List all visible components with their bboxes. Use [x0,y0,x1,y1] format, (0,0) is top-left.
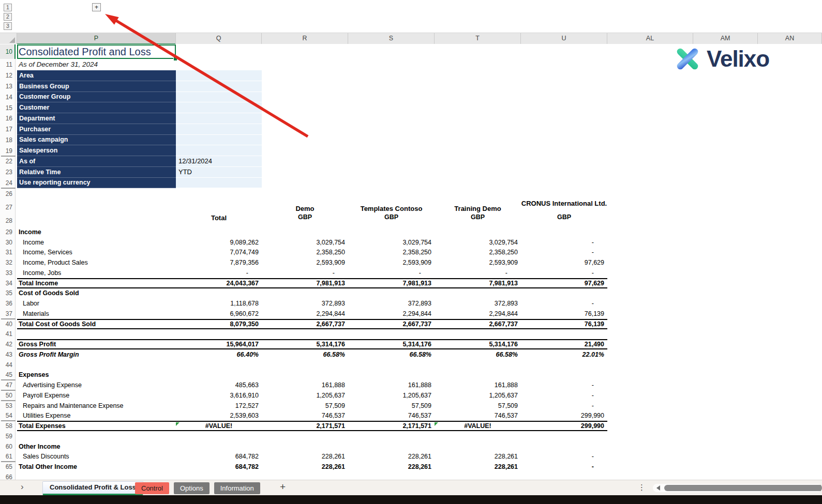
selection-fill-handle[interactable] [173,57,177,61]
report-row-label[interactable]: Expenses [17,371,176,378]
report-cell[interactable]: 5,314,176 [262,341,348,348]
report-cell[interactable]: 24,043,367 [176,280,262,287]
report-row-label[interactable]: Total Expenses [17,422,176,430]
row-header-27[interactable]: 27 [0,199,16,215]
filter-value-cell[interactable] [176,70,262,81]
report-row-label[interactable]: Materials [17,310,176,317]
report-cell[interactable]: 22.01% [521,351,607,358]
row-header-37[interactable]: 37 [0,309,16,319]
report-cell[interactable]: 172,527 [176,402,262,409]
report-cell[interactable]: 5,314,176 [348,341,435,348]
sheet-tab-active[interactable]: Consolidated Profit & Loss [42,481,143,495]
report-cell[interactable]: - [521,249,607,256]
row-header-43[interactable]: 43 [0,349,16,360]
filter-label-cell[interactable]: Area [17,70,176,81]
row-header-30[interactable]: 30 [0,237,16,248]
report-cell[interactable]: 746,537 [348,412,435,419]
row-header-59[interactable]: 59 [0,431,16,441]
report-cell[interactable]: - [435,269,521,277]
row-header-33[interactable]: 33 [0,268,16,278]
outline-level-1-button[interactable]: 1 [4,4,12,11]
report-cell[interactable]: 5,314,176 [435,341,521,348]
filter-value-cell[interactable] [176,145,262,156]
report-row-label[interactable]: Payroll Expense [17,392,176,399]
report-cell[interactable]: 228,261 [262,463,348,470]
overflow-dots-icon[interactable]: ⋮ [638,483,646,492]
report-cell[interactable]: 2,358,250 [435,249,521,256]
report-cell[interactable]: 228,261 [348,463,435,470]
row-header-16[interactable]: 16 [0,113,16,124]
report-cell[interactable]: #VALUE! [176,422,262,430]
report-cell[interactable]: 8,079,350 [176,320,262,328]
row-header-32[interactable]: 32 [0,257,16,268]
report-cell[interactable]: 2,294,844 [348,310,435,317]
column-header-AM[interactable]: AM [693,33,758,44]
report-cell[interactable]: 746,537 [435,412,521,419]
report-cell[interactable]: 97,629 [521,259,607,266]
outline-expand-button[interactable]: + [92,3,101,11]
report-cell[interactable]: 15,964,017 [176,341,262,348]
report-cell[interactable]: 7,981,913 [262,280,348,287]
column-header-AL[interactable]: AL [607,33,693,44]
report-cell[interactable]: 3,616,910 [176,392,262,399]
report-cell[interactable]: 2,171,571 [262,422,348,430]
report-cell[interactable]: 2,667,737 [262,320,348,328]
row-header-29[interactable]: 29 [0,227,16,237]
report-cell[interactable]: 3,029,754 [262,239,348,246]
filter-label-cell[interactable]: As of [17,156,176,167]
report-cell[interactable]: 299,990 [521,422,607,430]
report-cell[interactable]: 228,261 [348,453,435,460]
report-cell[interactable]: 684,782 [176,463,262,470]
row-header-44[interactable]: 44 [0,360,16,370]
row-header-40[interactable]: 40 [0,319,16,329]
report-cell[interactable]: 1,205,637 [262,392,348,399]
row-header-50[interactable]: 50 [0,390,16,401]
report-cell[interactable]: 66.58% [348,351,435,358]
report-cell[interactable]: 6,960,672 [176,310,262,317]
outline-level-2-button[interactable]: 2 [4,13,12,21]
filter-value-cell[interactable] [176,113,262,124]
row-header-61[interactable]: 61 [0,452,16,462]
report-cell[interactable]: - [521,269,607,277]
report-row-label[interactable]: Income, Services [17,249,176,256]
report-cell[interactable]: 2,667,737 [435,320,521,328]
report-cell[interactable]: 57,509 [262,402,348,409]
filter-value-cell[interactable] [176,81,262,92]
row-header-42[interactable]: 42 [0,339,16,349]
report-row-label[interactable]: Advertising Expense [17,381,176,389]
report-cell[interactable]: 2,294,844 [262,310,348,317]
report-cell[interactable]: 66.58% [435,351,521,358]
report-row-label[interactable]: Labor [17,300,176,307]
filter-value-cell[interactable] [176,124,262,135]
report-row-label[interactable]: Sales Discounts [17,453,176,460]
report-cell[interactable]: 57,509 [348,402,435,409]
report-cell[interactable]: 372,893 [348,300,435,307]
sheet-tab-control[interactable]: Control [135,482,169,494]
report-row-label[interactable]: Total Other Income [17,463,176,470]
column-header-P[interactable]: P [17,33,176,44]
filter-label-cell[interactable]: Salesperson [17,145,176,156]
report-subtitle-cell[interactable]: As of December 31, 2024 [19,59,98,70]
report-cell[interactable]: 7,074,749 [176,249,262,256]
report-cell[interactable]: 2,539,603 [176,412,262,419]
filter-value-cell[interactable]: YTD [176,167,262,178]
report-cell[interactable]: 97,629 [521,280,607,287]
report-cell[interactable]: 228,261 [262,453,348,460]
report-cell[interactable]: 2,667,737 [348,320,435,328]
report-cell[interactable]: 2,171,571 [348,422,435,430]
report-row-label[interactable]: Utilities Expense [17,412,176,419]
report-cell[interactable]: 372,893 [262,300,348,307]
report-row-label[interactable]: Other Income [17,443,176,450]
filter-value-cell[interactable] [176,178,262,189]
sheet-tab-options[interactable]: Options [174,482,210,494]
report-row-label[interactable]: Cost of Goods Sold [17,289,176,297]
column-header-Q[interactable]: Q [176,33,262,44]
filter-label-cell[interactable]: Purchaser [17,124,176,135]
row-header-36[interactable]: 36 [0,298,16,309]
filter-value-cell[interactable] [176,102,262,113]
row-header-53[interactable]: 53 [0,401,16,411]
report-cell[interactable]: 161,888 [262,381,348,389]
row-header-35[interactable]: 35 [0,288,16,299]
report-cell[interactable]: - [521,463,607,470]
filter-label-cell[interactable]: Department [17,113,176,124]
